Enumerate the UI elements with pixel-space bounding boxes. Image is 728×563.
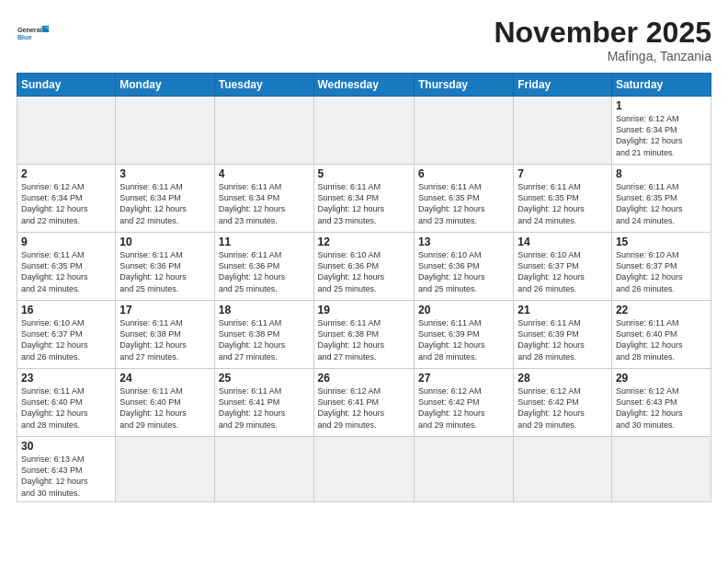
- week-row-5: 30Sunrise: 6:13 AM Sunset: 6:43 PM Dayli…: [17, 437, 711, 502]
- calendar-cell: 20Sunrise: 6:11 AM Sunset: 6:39 PM Dayli…: [414, 301, 513, 369]
- header-thursday: Thursday: [414, 74, 513, 97]
- day-info: Sunrise: 6:11 AM Sunset: 6:39 PM Dayligh…: [518, 317, 608, 362]
- calendar-cell: 21Sunrise: 6:11 AM Sunset: 6:39 PM Dayli…: [514, 301, 612, 369]
- calendar-cell: 30Sunrise: 6:13 AM Sunset: 6:43 PM Dayli…: [17, 437, 116, 502]
- calendar-cell: [514, 437, 612, 502]
- day-info: Sunrise: 6:12 AM Sunset: 6:42 PM Dayligh…: [418, 385, 509, 431]
- day-number: 14: [518, 236, 608, 248]
- calendar-cell: [414, 437, 513, 502]
- calendar-cell: 5Sunrise: 6:11 AM Sunset: 6:34 PM Daylig…: [313, 165, 414, 233]
- day-number: 12: [318, 236, 410, 248]
- day-info: Sunrise: 6:12 AM Sunset: 6:34 PM Dayligh…: [616, 113, 707, 158]
- calendar-cell: 11Sunrise: 6:11 AM Sunset: 6:36 PM Dayli…: [214, 233, 313, 301]
- calendar-cell: 7Sunrise: 6:11 AM Sunset: 6:35 PM Daylig…: [514, 165, 612, 233]
- day-number: 27: [418, 372, 509, 385]
- calendar-cell: 16Sunrise: 6:10 AM Sunset: 6:37 PM Dayli…: [17, 301, 116, 369]
- day-info: Sunrise: 6:12 AM Sunset: 6:41 PM Dayligh…: [318, 385, 410, 431]
- calendar-cell: [313, 97, 414, 165]
- day-number: 25: [219, 372, 310, 385]
- day-info: Sunrise: 6:12 AM Sunset: 6:43 PM Dayligh…: [616, 385, 707, 431]
- title-block: November 2025 Mafinga, Tanzania: [494, 17, 711, 63]
- day-number: 19: [318, 304, 410, 316]
- day-number: 9: [21, 236, 111, 248]
- calendar-cell: 27Sunrise: 6:12 AM Sunset: 6:42 PM Dayli…: [414, 369, 513, 437]
- day-number: 4: [219, 167, 310, 180]
- day-info: Sunrise: 6:11 AM Sunset: 6:38 PM Dayligh…: [219, 317, 310, 362]
- day-number: 8: [616, 167, 707, 180]
- calendar-cell: 2Sunrise: 6:12 AM Sunset: 6:34 PM Daylig…: [17, 165, 116, 233]
- week-row-4: 23Sunrise: 6:11 AM Sunset: 6:40 PM Dayli…: [17, 369, 711, 437]
- day-number: 6: [418, 167, 509, 180]
- day-info: Sunrise: 6:13 AM Sunset: 6:43 PM Dayligh…: [21, 454, 111, 499]
- calendar-cell: 24Sunrise: 6:11 AM Sunset: 6:40 PM Dayli…: [116, 369, 214, 437]
- day-info: Sunrise: 6:11 AM Sunset: 6:35 PM Dayligh…: [21, 249, 111, 294]
- day-number: 16: [21, 304, 111, 316]
- calendar-cell: [611, 437, 711, 502]
- day-info: Sunrise: 6:11 AM Sunset: 6:36 PM Dayligh…: [219, 249, 310, 294]
- day-info: Sunrise: 6:11 AM Sunset: 6:38 PM Dayligh…: [318, 317, 410, 362]
- header-saturday: Saturday: [611, 74, 711, 97]
- day-info: Sunrise: 6:11 AM Sunset: 6:40 PM Dayligh…: [616, 317, 707, 362]
- day-info: Sunrise: 6:12 AM Sunset: 6:42 PM Dayligh…: [518, 385, 608, 431]
- day-info: Sunrise: 6:11 AM Sunset: 6:35 PM Dayligh…: [616, 181, 707, 226]
- calendar-cell: 22Sunrise: 6:11 AM Sunset: 6:40 PM Dayli…: [611, 301, 711, 369]
- calendar-cell: [214, 97, 313, 165]
- day-info: Sunrise: 6:10 AM Sunset: 6:37 PM Dayligh…: [616, 249, 707, 294]
- day-info: Sunrise: 6:10 AM Sunset: 6:37 PM Dayligh…: [21, 317, 111, 362]
- day-number: 26: [318, 372, 410, 385]
- calendar-cell: 6Sunrise: 6:11 AM Sunset: 6:35 PM Daylig…: [414, 165, 513, 233]
- logo: GeneralBlue: [17, 17, 50, 50]
- calendar-cell: 18Sunrise: 6:11 AM Sunset: 6:38 PM Dayli…: [214, 301, 313, 369]
- calendar-cell: 29Sunrise: 6:12 AM Sunset: 6:43 PM Dayli…: [611, 369, 711, 437]
- calendar-cell: 4Sunrise: 6:11 AM Sunset: 6:34 PM Daylig…: [214, 165, 313, 233]
- day-number: 5: [318, 167, 410, 180]
- calendar-header-row: SundayMondayTuesdayWednesdayThursdayFrid…: [17, 74, 711, 97]
- calendar-cell: [116, 437, 214, 502]
- calendar-cell: 12Sunrise: 6:10 AM Sunset: 6:36 PM Dayli…: [313, 233, 414, 301]
- month-title: November 2025: [494, 17, 711, 49]
- day-number: 2: [21, 167, 111, 180]
- day-info: Sunrise: 6:10 AM Sunset: 6:36 PM Dayligh…: [318, 249, 410, 294]
- day-info: Sunrise: 6:10 AM Sunset: 6:36 PM Dayligh…: [418, 249, 509, 294]
- header-tuesday: Tuesday: [214, 74, 313, 97]
- svg-text:General: General: [17, 26, 42, 34]
- calendar-cell: [116, 97, 214, 165]
- day-info: Sunrise: 6:11 AM Sunset: 6:41 PM Dayligh…: [219, 385, 310, 431]
- location: Mafinga, Tanzania: [494, 49, 711, 63]
- day-info: Sunrise: 6:10 AM Sunset: 6:37 PM Dayligh…: [518, 249, 608, 294]
- day-info: Sunrise: 6:11 AM Sunset: 6:34 PM Dayligh…: [219, 181, 310, 226]
- day-number: 7: [518, 167, 608, 180]
- week-row-2: 9Sunrise: 6:11 AM Sunset: 6:35 PM Daylig…: [17, 233, 711, 301]
- week-row-3: 16Sunrise: 6:10 AM Sunset: 6:37 PM Dayli…: [17, 301, 711, 369]
- day-info: Sunrise: 6:11 AM Sunset: 6:38 PM Dayligh…: [119, 317, 210, 362]
- calendar-cell: 28Sunrise: 6:12 AM Sunset: 6:42 PM Dayli…: [514, 369, 612, 437]
- svg-text:Blue: Blue: [17, 33, 32, 41]
- calendar-cell: [214, 437, 313, 502]
- calendar-cell: 19Sunrise: 6:11 AM Sunset: 6:38 PM Dayli…: [313, 301, 414, 369]
- calendar: SundayMondayTuesdayWednesdayThursdayFrid…: [17, 73, 711, 502]
- day-number: 29: [616, 372, 707, 385]
- calendar-cell: 1Sunrise: 6:12 AM Sunset: 6:34 PM Daylig…: [611, 97, 711, 165]
- day-number: 15: [616, 236, 707, 248]
- day-number: 23: [21, 372, 111, 385]
- day-number: 10: [119, 236, 210, 248]
- day-number: 13: [418, 236, 509, 248]
- calendar-cell: 23Sunrise: 6:11 AM Sunset: 6:40 PM Dayli…: [17, 369, 116, 437]
- calendar-cell: 3Sunrise: 6:11 AM Sunset: 6:34 PM Daylig…: [116, 165, 214, 233]
- header-wednesday: Wednesday: [313, 74, 414, 97]
- day-number: 1: [616, 99, 707, 112]
- calendar-cell: 26Sunrise: 6:12 AM Sunset: 6:41 PM Dayli…: [313, 369, 414, 437]
- day-number: 21: [518, 304, 608, 316]
- day-info: Sunrise: 6:11 AM Sunset: 6:34 PM Dayligh…: [318, 181, 410, 226]
- day-info: Sunrise: 6:11 AM Sunset: 6:36 PM Dayligh…: [119, 249, 210, 294]
- day-number: 17: [119, 304, 210, 316]
- day-info: Sunrise: 6:11 AM Sunset: 6:34 PM Dayligh…: [119, 181, 210, 226]
- calendar-cell: [414, 97, 513, 165]
- day-number: 24: [119, 372, 210, 385]
- logo-icon: GeneralBlue: [17, 17, 50, 50]
- calendar-cell: 17Sunrise: 6:11 AM Sunset: 6:38 PM Dayli…: [116, 301, 214, 369]
- week-row-1: 2Sunrise: 6:12 AM Sunset: 6:34 PM Daylig…: [17, 165, 711, 233]
- week-row-0: 1Sunrise: 6:12 AM Sunset: 6:34 PM Daylig…: [17, 97, 711, 165]
- header-monday: Monday: [116, 74, 214, 97]
- day-number: 20: [418, 304, 509, 316]
